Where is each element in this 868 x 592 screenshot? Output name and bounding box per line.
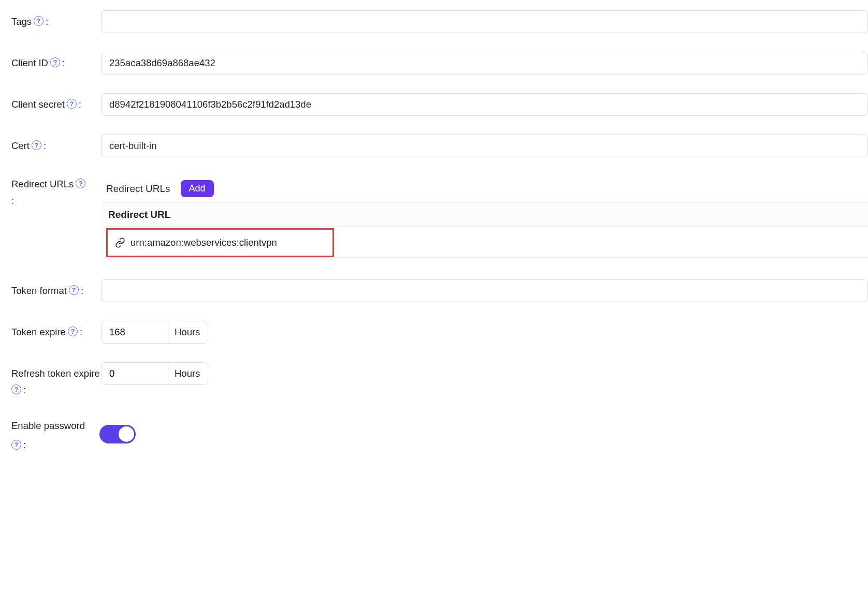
redirect-url-value: urn:amazon:webservices:clientvpn <box>131 237 277 248</box>
cert-input[interactable] <box>101 135 868 157</box>
refresh-token-expire-unit[interactable]: Hours <box>169 363 208 384</box>
refresh-token-expire-group: Hours <box>101 362 208 385</box>
label-client-secret: Client secret ? : <box>11 93 101 112</box>
label-colon: : <box>23 438 26 452</box>
redirect-table: Redirect URL urn:amazon:webservices:clie… <box>101 202 868 258</box>
redirect-column-header: Redirect URL <box>101 203 868 227</box>
row-cert: Cert ? : <box>11 135 868 157</box>
help-icon[interactable]: ? <box>69 285 79 295</box>
redirect-section-title: Redirect URLs <box>106 183 170 195</box>
row-client-secret: Client secret ? : <box>11 93 868 116</box>
help-icon[interactable]: ? <box>11 384 21 394</box>
help-icon[interactable]: ? <box>76 179 85 188</box>
label-refresh-token-expire: Refresh token expire ? : <box>11 362 101 397</box>
row-redirect-urls: Redirect URLs ? : Redirect URLs Add Redi… <box>11 176 868 258</box>
help-icon[interactable]: ? <box>11 440 21 450</box>
row-refresh-token-expire: Refresh token expire ? : Hours <box>11 362 868 397</box>
token-expire-group: Hours <box>101 321 208 344</box>
tags-input[interactable] <box>101 10 868 33</box>
help-icon[interactable]: ? <box>32 140 41 150</box>
label-text: Client secret <box>11 97 65 112</box>
label-colon: : <box>80 325 82 339</box>
help-icon[interactable]: ? <box>68 327 78 336</box>
label-text: Redirect URLs <box>11 177 74 191</box>
token-expire-input[interactable] <box>102 321 169 343</box>
label-redirect-urls: Redirect URLs ? : <box>11 176 101 208</box>
help-icon[interactable]: ? <box>67 99 77 109</box>
label-token-expire: Token expire ? : <box>11 321 101 339</box>
label-client-id: Client ID ? : <box>11 52 101 70</box>
link-icon <box>115 238 125 248</box>
label-text: Enable password <box>11 419 85 433</box>
label-text: Tags <box>11 14 32 29</box>
label-tags: Tags ? : <box>11 10 101 29</box>
label-cert: Cert ? : <box>11 135 101 153</box>
redirect-section-head: Redirect URLs Add <box>101 176 868 202</box>
label-enable-password: Enable password ? : <box>11 416 99 453</box>
label-colon: : <box>79 97 81 112</box>
label-colon: : <box>81 284 83 298</box>
row-client-id: Client ID ? : <box>11 52 868 75</box>
enable-password-toggle[interactable] <box>99 425 136 443</box>
label-colon: : <box>44 139 46 153</box>
label-text: Token format <box>11 284 67 298</box>
label-colon: : <box>62 56 65 70</box>
refresh-token-expire-input[interactable] <box>102 363 169 384</box>
label-token-format: Token format ? : <box>11 279 101 298</box>
label-text: Refresh token expire <box>11 366 100 381</box>
row-enable-password: Enable password ? : <box>11 416 868 453</box>
help-icon[interactable]: ? <box>34 16 44 26</box>
row-tags: Tags ? : <box>11 10 868 33</box>
token-expire-unit[interactable]: Hours <box>169 321 208 343</box>
token-format-input[interactable] <box>101 279 868 302</box>
label-text: Token expire <box>11 325 66 339</box>
help-icon[interactable]: ? <box>50 57 60 67</box>
label-colon: : <box>11 194 101 208</box>
client-id-input[interactable] <box>101 52 868 75</box>
redirect-urls-block: Redirect URLs Add Redirect URL urn:amazo… <box>101 176 868 258</box>
label-colon: : <box>46 14 48 29</box>
label-colon: : <box>23 383 26 397</box>
add-redirect-url-button[interactable]: Add <box>181 180 214 197</box>
client-secret-input[interactable] <box>101 93 868 116</box>
label-text: Cert <box>11 139 30 153</box>
row-token-format: Token format ? : <box>11 279 868 302</box>
toggle-knob <box>119 426 134 442</box>
row-token-expire: Token expire ? : Hours <box>11 321 868 344</box>
label-text: Client ID <box>11 56 48 70</box>
redirect-url-row-highlighted[interactable]: urn:amazon:webservices:clientvpn <box>106 228 334 257</box>
